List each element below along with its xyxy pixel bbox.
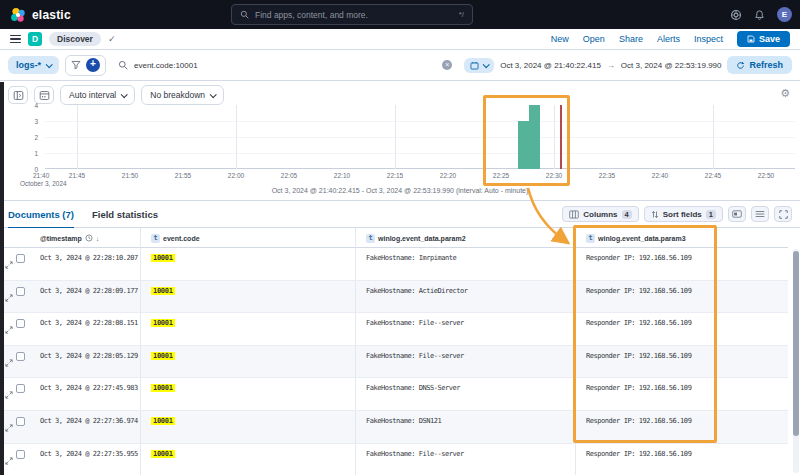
event-code-highlight: 10001 xyxy=(151,287,175,295)
calendar-icon xyxy=(470,61,479,70)
sort-icon xyxy=(651,210,659,219)
cell-code: 10001 xyxy=(140,411,355,443)
save-button[interactable]: Save xyxy=(737,31,790,47)
elastic-logo[interactable] xyxy=(10,7,26,23)
histogram-plot[interactable] xyxy=(45,105,795,169)
window-edge-strip xyxy=(0,82,4,475)
interval-dropdown[interactable]: Auto interval xyxy=(60,85,135,105)
refresh-icon xyxy=(736,61,745,70)
global-header: elastic Find apps, content, and more. */… xyxy=(0,0,800,29)
discover-app-badge: D xyxy=(28,32,42,46)
row-checkbox[interactable] xyxy=(16,319,25,328)
column-header-event.code[interactable]: tevent.code xyxy=(140,228,355,248)
expand-document-icon[interactable] xyxy=(5,353,13,371)
sort-fields-button[interactable]: Sort fields 1 xyxy=(644,206,723,222)
row-checkbox[interactable] xyxy=(16,417,25,426)
row-checkbox[interactable] xyxy=(16,352,25,361)
search-icon xyxy=(118,60,128,70)
refresh-button[interactable]: Refresh xyxy=(727,56,792,74)
expand-document-icon[interactable] xyxy=(5,288,13,306)
clear-query-icon[interactable]: × xyxy=(442,60,452,70)
x-axis-date-label: October 3, 2024 xyxy=(20,180,67,187)
x-axis-tick: 22:10 xyxy=(334,172,350,179)
sort-count-badge: 1 xyxy=(706,210,716,219)
filter-funnel-icon[interactable] xyxy=(71,60,81,70)
nav-link-alerts[interactable]: Alerts xyxy=(657,34,680,44)
x-axis-tick: 22:40 xyxy=(652,172,668,179)
breadcrumb[interactable]: Discover xyxy=(49,32,101,46)
table-row: Oct 3, 2024 @ 22:28:08.15110001FakeHostn… xyxy=(0,313,788,346)
expand-document-icon[interactable] xyxy=(5,320,13,338)
nav-link-open[interactable]: Open xyxy=(583,34,605,44)
nav-link-new[interactable]: New xyxy=(551,34,569,44)
menu-icon[interactable] xyxy=(10,35,21,44)
cell-code: 10001 xyxy=(140,346,355,378)
query-text: event.code:10001 xyxy=(134,61,436,70)
nav-link-inspect[interactable]: Inspect xyxy=(694,34,723,44)
user-avatar[interactable]: E xyxy=(777,7,792,22)
columns-button[interactable]: Columns 4 xyxy=(562,206,638,222)
x-gridline xyxy=(77,105,78,169)
search-shortcut-hint: */ xyxy=(459,10,464,19)
date-range-start[interactable]: Oct 3, 2024 @ 21:40:22.415 xyxy=(500,61,601,70)
chevron-down-icon xyxy=(121,91,128,98)
cell-code: 10001 xyxy=(140,444,355,475)
notifications-bell-icon[interactable] xyxy=(754,9,765,21)
search-icon xyxy=(240,10,249,19)
add-filter-button[interactable]: + xyxy=(86,58,100,72)
row-checkbox[interactable] xyxy=(16,384,25,393)
x-axis-tick: 21:55 xyxy=(175,172,191,179)
cell-timestamp: Oct 3, 2024 @ 22:28:09.177 xyxy=(30,281,140,313)
cell-code: 10001 xyxy=(140,313,355,345)
y-gridline xyxy=(45,137,795,138)
data-view-picker[interactable]: logs-* xyxy=(8,56,59,74)
y-axis-tick: 2 xyxy=(8,134,38,141)
y-gridline xyxy=(45,153,795,154)
chart-settings-gear-icon[interactable]: ⚙ xyxy=(780,87,790,100)
column-header-winlog.event_data.param3[interactable]: twinlog.event_data.param3 xyxy=(575,228,788,248)
display-options-button[interactable] xyxy=(728,206,746,222)
tab-documents[interactable]: Documents (7) xyxy=(8,201,74,228)
row-checkbox[interactable] xyxy=(16,254,25,263)
brand-text: elastic xyxy=(32,8,71,22)
column-header-@timestamp[interactable]: @timestamp↓ xyxy=(30,228,140,248)
date-picker-button[interactable] xyxy=(464,58,494,73)
vertical-scrollbar[interactable] xyxy=(793,249,799,473)
cell-param2: FakeHostname: Imrpimante xyxy=(355,248,575,280)
sort-desc-icon[interactable]: ↓ xyxy=(96,235,100,242)
expand-document-icon[interactable] xyxy=(5,451,13,469)
fullscreen-button[interactable] xyxy=(774,206,792,222)
event-code-highlight: 10001 xyxy=(151,417,175,425)
query-input[interactable]: event.code:10001 × xyxy=(112,54,458,76)
keyword-type-icon: t xyxy=(151,234,160,243)
chevron-down-icon xyxy=(46,61,53,68)
row-checkbox[interactable] xyxy=(16,450,25,459)
global-search-input[interactable]: Find apps, content, and more. */ xyxy=(231,4,473,25)
saved-check-icon: ✓ xyxy=(108,34,116,44)
expand-document-icon[interactable] xyxy=(5,418,13,436)
expand-document-icon[interactable] xyxy=(5,385,13,403)
tab-field-statistics[interactable]: Field statistics xyxy=(92,201,158,228)
nav-link-share[interactable]: Share xyxy=(619,34,643,44)
row-checkbox[interactable] xyxy=(16,287,25,296)
cell-timestamp: Oct 3, 2024 @ 22:28:05.129 xyxy=(30,346,140,378)
column-header-winlog.event_data.param2[interactable]: twinlog.event_data.param2 xyxy=(355,228,575,248)
date-range-end[interactable]: Oct 3, 2024 @ 22:53:19.990 xyxy=(621,61,722,70)
chart-caption: Oct 3, 2024 @ 21:40:22.415 - Oct 3, 2024… xyxy=(0,187,800,194)
global-search-placeholder: Find apps, content, and more. xyxy=(255,10,453,20)
breakdown-dropdown[interactable]: No breakdown xyxy=(141,85,224,105)
cell-timestamp: Oct 3, 2024 @ 22:28:10.207 xyxy=(30,248,140,280)
grid-header: @timestamp↓tevent.codetwinlog.event_data… xyxy=(0,228,788,248)
x-gridline xyxy=(236,105,237,169)
display-options-icon xyxy=(732,210,742,218)
cell-code: 10001 xyxy=(140,248,355,280)
expand-document-icon[interactable] xyxy=(5,255,13,273)
table-row: Oct 3, 2024 @ 22:28:05.12910001FakeHostn… xyxy=(0,346,788,379)
help-icon[interactable] xyxy=(730,9,742,21)
row-height-button[interactable] xyxy=(751,206,769,222)
cell-timestamp: Oct 3, 2024 @ 22:27:36.974 xyxy=(30,411,140,443)
table-row: Oct 3, 2024 @ 22:27:36.97410001FakeHostn… xyxy=(0,411,788,444)
x-gridline xyxy=(395,105,396,169)
columns-count-badge: 4 xyxy=(622,210,632,219)
x-axis-first-tick: 21:40 xyxy=(33,172,49,179)
